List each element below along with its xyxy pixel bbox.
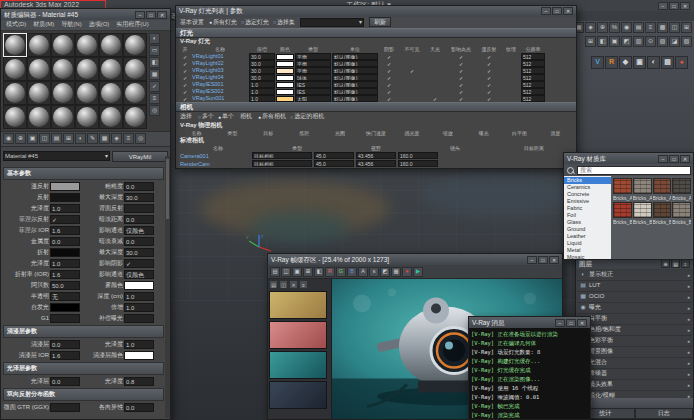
- param-value[interactable]: 30.0: [124, 193, 154, 202]
- param-value[interactable]: 50.0: [50, 281, 80, 290]
- light-multiplier-field[interactable]: 30.0: [249, 74, 275, 81]
- param-value[interactable]: [50, 303, 80, 312]
- material-type-button[interactable]: VRayMtl: [112, 151, 168, 162]
- resolution-field[interactable]: 512: [521, 74, 545, 81]
- vfb-tool-icon[interactable]: R: [325, 267, 335, 277]
- light-multiplier-field[interactable]: 1.0: [249, 88, 275, 95]
- category-item[interactable]: Fabric: [564, 205, 611, 212]
- affect-diffuse-checkbox[interactable]: ✓: [477, 96, 501, 102]
- history-thumbnail[interactable]: [269, 351, 327, 379]
- light-color-swatch[interactable]: [276, 89, 294, 95]
- material-thumbnail[interactable]: Bricks_A02: [633, 178, 652, 201]
- toolbar-icon[interactable]: ⊙: [645, 36, 656, 47]
- light-color-swatch[interactable]: [276, 68, 294, 74]
- editor-tool-icon[interactable]: ▦: [99, 133, 110, 144]
- light-on-checkbox[interactable]: ✓: [179, 61, 191, 67]
- vray-toolbar-icon[interactable]: ◐: [647, 56, 660, 69]
- param-value[interactable]: 1.0: [124, 340, 154, 349]
- window-button[interactable]: –: [658, 2, 668, 10]
- toolbar-icon[interactable]: ◧: [597, 36, 608, 47]
- layers-header-icon[interactable]: ▤: [671, 259, 680, 268]
- shadow-checkbox[interactable]: ✓: [379, 82, 399, 88]
- vray-toolbar-icon[interactable]: ▣: [633, 56, 646, 69]
- vfb-tool-icon[interactable]: ◫: [281, 267, 291, 277]
- visibility-icon[interactable]: ●: [687, 316, 690, 322]
- affect-specular-checkbox[interactable]: ✓: [446, 82, 476, 88]
- light-multiplier-field[interactable]: 30.0: [249, 67, 275, 74]
- category-item[interactable]: Concrete: [564, 191, 611, 198]
- editor-tool-icon[interactable]: ✎: [87, 133, 98, 144]
- visibility-icon[interactable]: ●: [687, 294, 690, 300]
- light-color-swatch[interactable]: [276, 75, 294, 81]
- toolbar-icon[interactable]: ⊞: [681, 22, 692, 33]
- material-sample[interactable]: [75, 33, 99, 57]
- layers-header-icon[interactable]: ⊕: [661, 259, 670, 268]
- window-button[interactable]: □: [566, 319, 576, 327]
- light-units-dropdown[interactable]: 默认(图像): [332, 60, 378, 67]
- light-units-dropdown[interactable]: 默认(图像): [332, 74, 378, 81]
- layer-item[interactable]: ▩ 降噪器 ●: [577, 369, 692, 380]
- material-editor-titlebar[interactable]: 材质编辑器 - Material #45 –□✕: [1, 9, 170, 20]
- window-button[interactable]: ✕: [680, 155, 690, 163]
- menu-item[interactable]: 材质(M): [31, 21, 56, 28]
- material-sample[interactable]: [99, 57, 123, 81]
- camera-fov-field[interactable]: 45.0: [314, 160, 354, 167]
- shadow-checkbox[interactable]: ✓: [379, 89, 399, 95]
- vray-toolbar-icon[interactable]: R: [605, 56, 618, 69]
- shadow-checkbox[interactable]: ✓: [379, 96, 399, 102]
- vfb-tool-icon[interactable]: ▶: [413, 267, 423, 277]
- affect-diffuse-checkbox[interactable]: ✓: [477, 82, 501, 88]
- camera-lens-field[interactable]: 43.456: [356, 152, 396, 159]
- toolbar-icon[interactable]: ◩: [621, 36, 632, 47]
- param-value[interactable]: 0.0: [50, 237, 80, 246]
- visibility-icon[interactable]: ●: [687, 305, 690, 311]
- light-color-swatch[interactable]: [276, 96, 294, 102]
- lights-rollout-bar[interactable]: 灯光: [176, 28, 576, 38]
- material-sample[interactable]: [27, 81, 51, 105]
- param-value[interactable]: ✓: [50, 215, 80, 224]
- visibility-icon[interactable]: ●: [687, 327, 690, 333]
- affect-diffuse-checkbox[interactable]: ✓: [477, 61, 501, 67]
- camera-type-dropdown[interactable]: 目标相机: [252, 152, 312, 159]
- affect-diffuse-checkbox[interactable]: ✓: [477, 68, 501, 74]
- messages-titlebar[interactable]: V-Ray 消息 –□✕: [469, 317, 590, 328]
- toolbar-icon[interactable]: ◪: [669, 36, 680, 47]
- category-item[interactable]: Leather: [564, 233, 611, 240]
- sample-tool-icon[interactable]: ≡: [149, 93, 160, 104]
- vray-toolbar-icon[interactable]: ◆: [619, 56, 632, 69]
- affect-specular-checkbox[interactable]: ✓: [446, 54, 476, 60]
- layer-item[interactable]: ◓ 色彩平衡 ●: [577, 336, 692, 347]
- material-sample[interactable]: [123, 57, 147, 81]
- param-value[interactable]: 1.0: [50, 259, 80, 268]
- layer-item[interactable]: ▣ 背景图像 ●: [577, 347, 692, 358]
- param-value[interactable]: 0.0: [124, 237, 154, 246]
- editor-tool-icon[interactable]: ▣: [27, 133, 38, 144]
- layer-item[interactable]: △ 锐化/模糊 ●: [577, 391, 692, 398]
- toolbar-icon[interactable]: ▩: [657, 22, 668, 33]
- visibility-icon[interactable]: ●: [687, 349, 690, 355]
- editor-tool-icon[interactable]: ⊕: [15, 133, 26, 144]
- editor-tool-icon[interactable]: ◈: [111, 133, 122, 144]
- bottom-tab[interactable]: 日志: [635, 408, 694, 419]
- sample-tool-icon[interactable]: ◎: [149, 105, 160, 116]
- light-color-swatch[interactable]: [276, 54, 294, 60]
- material-sample[interactable]: [123, 81, 147, 105]
- category-item[interactable]: Metal: [564, 247, 611, 254]
- layer-item[interactable]: ◉ 曝光 ●: [577, 303, 692, 314]
- window-button[interactable]: –: [541, 7, 551, 15]
- editor-tool-icon[interactable]: ◎: [135, 133, 146, 144]
- light-type-dropdown[interactable]: 平面: [295, 60, 331, 67]
- visibility-icon[interactable]: ●: [687, 360, 690, 366]
- toolbar-icon[interactable]: ▣: [609, 36, 620, 47]
- window-button[interactable]: □: [669, 155, 679, 163]
- camera-lens-field[interactable]: 43.456: [356, 160, 396, 167]
- param-value[interactable]: [124, 351, 154, 360]
- vfb-tool-icon[interactable]: ▣: [292, 267, 302, 277]
- camera-fov-field[interactable]: 45.0: [314, 152, 354, 159]
- light-lister-titlebar[interactable]: V-Ray 灯光列表 | 参数 –□✕: [176, 6, 576, 17]
- material-sample[interactable]: [99, 105, 123, 129]
- material-thumbnail[interactable]: Bricks_A03: [653, 178, 672, 201]
- material-sample[interactable]: [51, 57, 75, 81]
- history-tool-icon[interactable]: ≡: [299, 280, 308, 289]
- param-value[interactable]: [124, 204, 154, 213]
